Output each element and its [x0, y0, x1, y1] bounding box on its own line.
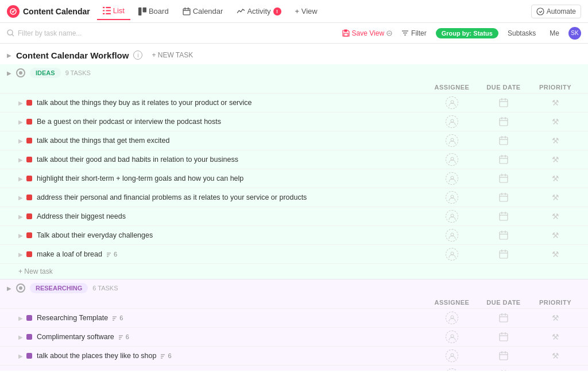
table-row[interactable]: ▶ talk about the things that get them ex…: [0, 131, 588, 150]
task-color-dot: [26, 251, 32, 257]
task-due-date[interactable]: [478, 351, 529, 361]
section-badge-researching[interactable]: RESEARCHING: [30, 283, 88, 293]
task-due-date[interactable]: [478, 135, 529, 146]
task-priority[interactable]: ⚒: [529, 117, 581, 126]
table-row[interactable]: ▶ Address their biggest needs ⚒: [0, 207, 588, 226]
task-assignee[interactable]: [426, 134, 478, 147]
task-assignee[interactable]: [426, 172, 478, 185]
table-row[interactable]: ▶ address their personal and financial p…: [0, 188, 588, 207]
task-expand-icon[interactable]: ▶: [18, 334, 23, 340]
table-row[interactable]: ▶ Talk about their everyday challenges ⚒: [0, 226, 588, 245]
task-due-date[interactable]: [478, 154, 529, 165]
section-badge-ideas[interactable]: IDEAS: [30, 68, 61, 78]
task-expand-icon[interactable]: ▶: [18, 100, 23, 106]
task-expand-icon[interactable]: ▶: [18, 353, 23, 359]
svg-point-58: [451, 233, 454, 236]
automate-btn[interactable]: Automate: [531, 5, 581, 18]
task-assignee[interactable]: [426, 312, 478, 324]
task-due-date[interactable]: [478, 249, 529, 259]
task-priority[interactable]: ⚒: [529, 332, 581, 341]
table-row[interactable]: ▶ talk about the places they like to sho…: [0, 347, 588, 366]
task-expand-icon[interactable]: ▶: [18, 176, 23, 182]
task-expand-icon[interactable]: ▶: [18, 213, 23, 220]
task-priority[interactable]: ⚒: [529, 136, 581, 145]
table-row[interactable]: ▶ Researching Template 6 ⚒: [0, 309, 588, 328]
task-assignee[interactable]: [426, 191, 478, 204]
task-color-dot: [26, 195, 32, 200]
task-priority[interactable]: ⚒: [529, 250, 581, 259]
svg-rect-1: [103, 7, 105, 8]
me-btn[interactable]: Me: [545, 28, 564, 39]
section-collapse-icon[interactable]: ▶: [7, 52, 11, 59]
task-priority[interactable]: ⚒: [529, 98, 581, 107]
nav-activity[interactable]: Activity !: [231, 3, 287, 20]
task-expand-icon[interactable]: ▶: [18, 157, 23, 163]
task-expand-icon[interactable]: ▶: [18, 232, 23, 239]
table-row[interactable]: ▶ highlight their short-term + long-term…: [0, 169, 588, 188]
task-priority[interactable]: ⚒: [529, 174, 581, 183]
table-row[interactable]: ▶ talk about the things they buy as it r…: [0, 94, 588, 112]
section-header-researching: ▶ RESEARCHING 6 TASKS: [0, 279, 588, 297]
new-task-header-btn[interactable]: + NEW TASK: [147, 49, 198, 61]
table-row[interactable]: ▶ talk about their good and bad habits i…: [0, 150, 588, 169]
task-due-date[interactable]: [478, 192, 529, 203]
task-assignee[interactable]: [426, 115, 478, 128]
task-priority[interactable]: ⚒: [529, 370, 581, 371]
task-priority[interactable]: ⚒: [529, 351, 581, 360]
task-due-date[interactable]: [478, 332, 529, 342]
task-expand-icon[interactable]: ▶: [18, 119, 23, 125]
svg-rect-3: [103, 10, 105, 11]
section-count-researching: 6 TASKS: [92, 285, 118, 292]
nav-board[interactable]: Board: [133, 3, 175, 20]
info-icon[interactable]: i: [133, 50, 142, 60]
section-toggle-researching[interactable]: ▶: [7, 285, 11, 292]
task-priority[interactable]: ⚒: [529, 231, 581, 240]
sk-btn[interactable]: SK: [568, 27, 581, 40]
app-name: Content Calendar: [23, 7, 90, 16]
task-expand-icon[interactable]: ▶: [18, 315, 23, 321]
task-assignee[interactable]: [426, 331, 478, 343]
table-row[interactable]: ▶ Complimentary software 6 ⚒: [0, 328, 588, 347]
task-priority[interactable]: ⚒: [529, 313, 581, 323]
top-nav: Content Calendar List Board Calendar Act…: [0, 0, 588, 23]
task-priority[interactable]: ⚒: [529, 193, 581, 202]
table-row[interactable]: ▶ Be a guest on their podcast or intervi…: [0, 112, 588, 131]
task-assignee[interactable]: [426, 153, 478, 166]
task-priority[interactable]: ⚒: [529, 155, 581, 164]
task-due-date[interactable]: [478, 173, 529, 184]
task-due-date[interactable]: [478, 98, 529, 108]
task-due-date[interactable]: [478, 370, 529, 371]
nav-view-label: + View: [295, 7, 318, 15]
task-due-date[interactable]: [478, 211, 529, 222]
filter-btn[interactable]: Filter: [397, 28, 431, 39]
task-priority[interactable]: ⚒: [529, 212, 581, 221]
task-assignee[interactable]: [426, 210, 478, 223]
task-expand-icon[interactable]: ▶: [18, 195, 23, 201]
task-color-dot: [26, 353, 32, 359]
nav-calendar[interactable]: Calendar: [177, 3, 229, 20]
search-area[interactable]: Filter by task name...: [7, 29, 338, 37]
task-name-text: Complimentary software 6: [37, 333, 426, 341]
task-expand-icon[interactable]: ▶: [18, 251, 23, 258]
section-toggle-ideas[interactable]: ▶: [7, 70, 11, 76]
nav-view[interactable]: + View: [289, 3, 323, 20]
task-assignee[interactable]: [426, 229, 478, 242]
task-assignee[interactable]: [426, 248, 478, 261]
subtasks-btn[interactable]: Subtasks: [503, 28, 540, 39]
task-assignee[interactable]: [426, 349, 478, 362]
nav-list[interactable]: List: [97, 3, 130, 20]
task-due-date[interactable]: [478, 116, 529, 127]
group-by-btn[interactable]: Group by: Status: [436, 28, 498, 38]
task-expand-icon[interactable]: ▶: [18, 138, 23, 144]
save-view-btn[interactable]: Save View: [342, 29, 392, 37]
svg-rect-69: [500, 314, 508, 322]
task-assignee[interactable]: [426, 96, 478, 109]
task-due-date[interactable]: [478, 313, 529, 323]
automate-label: Automate: [547, 7, 576, 15]
table-row[interactable]: ▶ make a loaf of bread 6 ⚒: [0, 245, 588, 264]
task-assignee[interactable]: [426, 368, 478, 371]
task-due-date[interactable]: [478, 230, 529, 240]
new-task-row-ideas[interactable]: + New task: [0, 264, 588, 279]
table-row[interactable]: ▶ Relate to their deepest desires and dr…: [0, 366, 588, 371]
svg-rect-2: [106, 7, 111, 8]
